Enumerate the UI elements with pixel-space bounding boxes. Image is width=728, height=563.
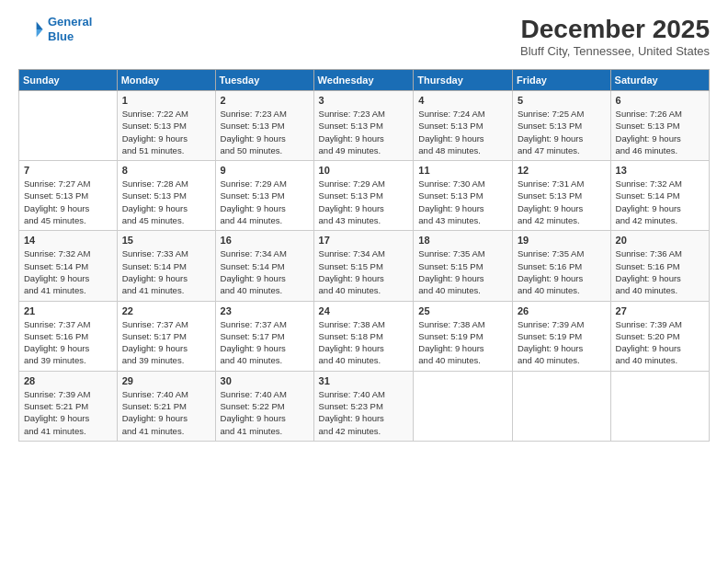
calendar-cell: 10Sunrise: 7:29 AM Sunset: 5:13 PM Dayli… <box>313 161 414 231</box>
calendar-cell: 15Sunrise: 7:33 AM Sunset: 5:14 PM Dayli… <box>117 231 215 301</box>
day-number: 16 <box>221 235 309 246</box>
week-row-3: 21Sunrise: 7:37 AM Sunset: 5:16 PM Dayli… <box>19 301 710 371</box>
weekday-header-thursday: Thursday <box>414 70 513 91</box>
day-number: 7 <box>24 165 112 176</box>
day-info: Sunrise: 7:32 AM Sunset: 5:14 PM Dayligh… <box>24 247 112 296</box>
day-number: 28 <box>24 375 112 386</box>
day-info: Sunrise: 7:40 AM Sunset: 5:21 PM Dayligh… <box>122 388 210 437</box>
calendar-cell: 25Sunrise: 7:38 AM Sunset: 5:19 PM Dayli… <box>414 301 513 371</box>
weekday-header-friday: Friday <box>512 70 610 91</box>
day-info: Sunrise: 7:34 AM Sunset: 5:14 PM Dayligh… <box>221 247 309 296</box>
calendar-cell <box>414 371 513 441</box>
logo-text: General Blue <box>48 15 92 43</box>
weekday-header-wednesday: Wednesday <box>313 70 414 91</box>
day-number: 31 <box>319 375 409 386</box>
day-number: 1 <box>122 95 210 106</box>
day-info: Sunrise: 7:29 AM Sunset: 5:13 PM Dayligh… <box>319 178 409 226</box>
day-info: Sunrise: 7:40 AM Sunset: 5:23 PM Dayligh… <box>319 388 409 437</box>
week-row-0: 1Sunrise: 7:22 AM Sunset: 5:13 PM Daylig… <box>19 91 710 161</box>
day-info: Sunrise: 7:30 AM Sunset: 5:13 PM Dayligh… <box>418 178 507 226</box>
day-info: Sunrise: 7:35 AM Sunset: 5:15 PM Dayligh… <box>418 247 507 296</box>
day-number: 11 <box>418 165 507 176</box>
calendar-cell: 20Sunrise: 7:36 AM Sunset: 5:16 PM Dayli… <box>610 231 709 301</box>
calendar-cell: 17Sunrise: 7:34 AM Sunset: 5:15 PM Dayli… <box>313 231 414 301</box>
day-number: 15 <box>122 235 210 246</box>
day-info: Sunrise: 7:32 AM Sunset: 5:14 PM Dayligh… <box>616 178 704 226</box>
day-number: 14 <box>24 235 112 246</box>
calendar-cell: 3Sunrise: 7:23 AM Sunset: 5:13 PM Daylig… <box>313 91 414 161</box>
day-info: Sunrise: 7:37 AM Sunset: 5:17 PM Dayligh… <box>221 318 309 367</box>
week-row-2: 14Sunrise: 7:32 AM Sunset: 5:14 PM Dayli… <box>19 231 710 301</box>
day-number: 19 <box>518 235 606 246</box>
day-number: 29 <box>122 375 210 386</box>
day-number: 8 <box>122 165 210 176</box>
day-info: Sunrise: 7:39 AM Sunset: 5:20 PM Dayligh… <box>616 318 704 367</box>
location: Bluff City, Tennessee, United States <box>520 44 710 58</box>
day-number: 17 <box>319 235 409 246</box>
day-info: Sunrise: 7:34 AM Sunset: 5:15 PM Dayligh… <box>319 247 409 296</box>
day-info: Sunrise: 7:39 AM Sunset: 5:19 PM Dayligh… <box>518 318 606 367</box>
week-row-4: 28Sunrise: 7:39 AM Sunset: 5:21 PM Dayli… <box>19 371 710 441</box>
day-info: Sunrise: 7:37 AM Sunset: 5:17 PM Dayligh… <box>122 318 210 367</box>
title-block: December 2025 Bluff City, Tennessee, Uni… <box>520 15 710 58</box>
day-info: Sunrise: 7:23 AM Sunset: 5:13 PM Dayligh… <box>319 108 409 156</box>
calendar-cell: 28Sunrise: 7:39 AM Sunset: 5:21 PM Dayli… <box>19 371 118 441</box>
day-number: 3 <box>319 95 409 106</box>
calendar-cell: 27Sunrise: 7:39 AM Sunset: 5:20 PM Dayli… <box>610 301 709 371</box>
svg-marker-0 <box>37 21 43 29</box>
day-number: 18 <box>418 235 507 246</box>
calendar-cell: 1Sunrise: 7:22 AM Sunset: 5:13 PM Daylig… <box>117 91 215 161</box>
weekday-header-saturday: Saturday <box>610 70 709 91</box>
calendar-cell <box>610 371 709 441</box>
day-info: Sunrise: 7:28 AM Sunset: 5:13 PM Dayligh… <box>122 178 210 226</box>
week-row-1: 7Sunrise: 7:27 AM Sunset: 5:13 PM Daylig… <box>19 161 710 231</box>
calendar-cell <box>19 91 118 161</box>
day-number: 9 <box>221 165 309 176</box>
logo: General Blue <box>18 15 92 43</box>
weekday-header-tuesday: Tuesday <box>215 70 313 91</box>
calendar-cell: 9Sunrise: 7:29 AM Sunset: 5:13 PM Daylig… <box>215 161 313 231</box>
day-info: Sunrise: 7:22 AM Sunset: 5:13 PM Dayligh… <box>122 108 210 156</box>
day-info: Sunrise: 7:39 AM Sunset: 5:21 PM Dayligh… <box>24 388 112 437</box>
day-info: Sunrise: 7:38 AM Sunset: 5:18 PM Dayligh… <box>319 318 409 367</box>
calendar-cell: 13Sunrise: 7:32 AM Sunset: 5:14 PM Dayli… <box>610 161 709 231</box>
calendar-cell: 24Sunrise: 7:38 AM Sunset: 5:18 PM Dayli… <box>313 301 414 371</box>
calendar-cell: 8Sunrise: 7:28 AM Sunset: 5:13 PM Daylig… <box>117 161 215 231</box>
calendar-cell: 21Sunrise: 7:37 AM Sunset: 5:16 PM Dayli… <box>19 301 118 371</box>
day-info: Sunrise: 7:24 AM Sunset: 5:13 PM Dayligh… <box>418 108 507 156</box>
calendar-cell: 11Sunrise: 7:30 AM Sunset: 5:13 PM Dayli… <box>414 161 513 231</box>
day-info: Sunrise: 7:25 AM Sunset: 5:13 PM Dayligh… <box>518 108 606 156</box>
svg-marker-1 <box>37 29 43 37</box>
calendar-cell: 12Sunrise: 7:31 AM Sunset: 5:13 PM Dayli… <box>512 161 610 231</box>
calendar-cell: 26Sunrise: 7:39 AM Sunset: 5:19 PM Dayli… <box>512 301 610 371</box>
calendar-cell: 30Sunrise: 7:40 AM Sunset: 5:22 PM Dayli… <box>215 371 313 441</box>
day-info: Sunrise: 7:27 AM Sunset: 5:13 PM Dayligh… <box>24 178 112 226</box>
day-info: Sunrise: 7:36 AM Sunset: 5:16 PM Dayligh… <box>616 247 704 296</box>
day-number: 26 <box>518 305 606 316</box>
day-number: 6 <box>616 95 704 106</box>
logo-icon <box>18 17 44 42</box>
calendar-cell: 22Sunrise: 7:37 AM Sunset: 5:17 PM Dayli… <box>117 301 215 371</box>
day-number: 24 <box>319 305 409 316</box>
day-info: Sunrise: 7:37 AM Sunset: 5:16 PM Dayligh… <box>24 318 112 367</box>
day-number: 30 <box>221 375 309 386</box>
day-info: Sunrise: 7:40 AM Sunset: 5:22 PM Dayligh… <box>221 388 309 437</box>
calendar-cell: 23Sunrise: 7:37 AM Sunset: 5:17 PM Dayli… <box>215 301 313 371</box>
day-number: 27 <box>616 305 704 316</box>
day-number: 2 <box>221 95 309 106</box>
calendar-cell: 31Sunrise: 7:40 AM Sunset: 5:23 PM Dayli… <box>313 371 414 441</box>
day-number: 12 <box>518 165 606 176</box>
calendar-cell: 14Sunrise: 7:32 AM Sunset: 5:14 PM Dayli… <box>19 231 118 301</box>
day-number: 23 <box>221 305 309 316</box>
day-info: Sunrise: 7:33 AM Sunset: 5:14 PM Dayligh… <box>122 247 210 296</box>
day-info: Sunrise: 7:26 AM Sunset: 5:13 PM Dayligh… <box>616 108 704 156</box>
weekday-header-monday: Monday <box>117 70 215 91</box>
day-info: Sunrise: 7:29 AM Sunset: 5:13 PM Dayligh… <box>221 178 309 226</box>
page: General Blue December 2025 Bluff City, T… <box>0 0 728 563</box>
calendar-cell: 6Sunrise: 7:26 AM Sunset: 5:13 PM Daylig… <box>610 91 709 161</box>
day-info: Sunrise: 7:31 AM Sunset: 5:13 PM Dayligh… <box>518 178 606 226</box>
calendar-cell: 2Sunrise: 7:23 AM Sunset: 5:13 PM Daylig… <box>215 91 313 161</box>
calendar-cell: 18Sunrise: 7:35 AM Sunset: 5:15 PM Dayli… <box>414 231 513 301</box>
calendar-cell: 29Sunrise: 7:40 AM Sunset: 5:21 PM Dayli… <box>117 371 215 441</box>
month-title: December 2025 <box>520 15 710 44</box>
